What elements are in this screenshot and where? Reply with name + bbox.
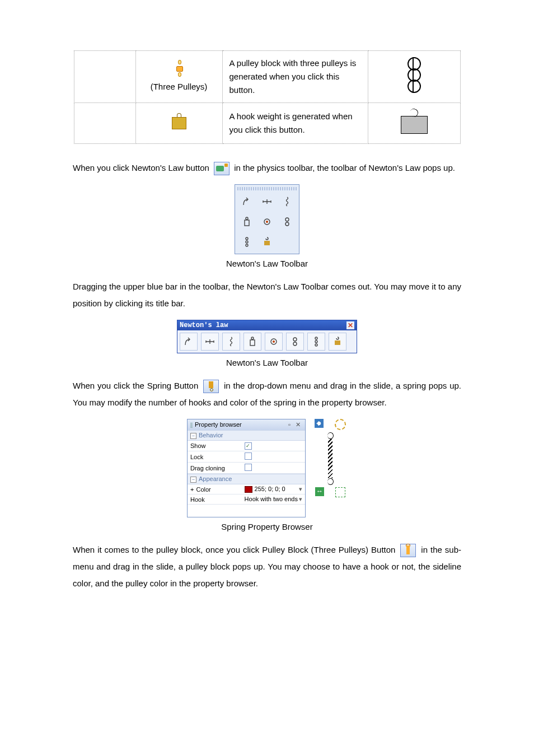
paragraph-spring-button: When you click the Spring Button in the … [73,377,461,411]
weight-icon[interactable] [237,212,256,231]
spring-button-icon[interactable] [203,380,219,393]
spring-preview [313,419,347,497]
caption-wide-toolbar: Newton's Law Toolbar [73,358,461,367]
svg-rect-1 [245,220,249,226]
svg-point-16 [315,337,317,339]
spring-icon-1[interactable] [222,333,240,351]
property-browser-panel[interactable]: Property browser ▫ ✕ −Behavior Show✓ Loc… [187,419,306,517]
newton-compact-toolbar[interactable] [235,184,299,254]
svg-point-0 [246,217,248,220]
wide-toolbar-titlebar[interactable]: Newton's law ✕ [177,320,357,330]
add-icon[interactable] [315,419,324,428]
tool-table: (Three Pulleys) A pulley block with thre… [74,50,461,144]
text-p4a: When it comes to the pulley block, once … [73,545,398,554]
checkbox-lock[interactable] [245,452,252,460]
three-pulleys-label: (Three Pulleys) [151,80,208,94]
cell-desc-three-pulleys: A pulley block with three pulleys is gen… [222,51,368,103]
svg-point-17 [315,340,317,343]
toolbar-gripper[interactable] [237,187,297,190]
property-browser-controls[interactable]: ▫ ✕ [288,421,302,428]
prop-row-show[interactable]: Show✓ [188,441,305,451]
hook-weight-render-icon [401,109,428,134]
cell-render-three-pulleys [368,51,460,103]
rotate-icon[interactable] [335,419,346,430]
svg-point-14 [293,338,297,341]
prop-row-hook[interactable]: Hook Hook with two ends▾ [188,494,305,505]
spring-scale-icon[interactable] [201,333,219,351]
property-browser-title[interactable]: Property browser ▫ ✕ [188,419,305,430]
move-icon[interactable] [315,487,324,496]
text-p3a: When you click the Spring Button [73,381,201,390]
cell-icon-hook-weight [135,103,222,144]
svg-point-6 [246,237,248,240]
paragraph-pulley-block: When it comes to the pulley block, once … [73,542,461,592]
cell-render-hook-weight [368,103,460,144]
pulley-block-three-button-icon[interactable] [400,544,416,557]
newton-wide-toolbar[interactable]: Newton's law ✕ [177,320,357,353]
svg-point-4 [285,218,289,221]
prop-row-lock[interactable]: Lock [188,451,305,463]
spring-render[interactable] [326,432,334,485]
text-p1a: When you click Newton's Law button [73,163,212,172]
svg-point-8 [246,244,248,246]
svg-point-5 [285,222,289,226]
svg-rect-19 [335,340,340,345]
force-arrow-icon[interactable] [237,192,256,211]
text-p1b: in the physics toolbar, the toolbar of N… [234,163,455,172]
newton-law-button-icon[interactable] [214,162,229,175]
paragraph-drag-bar: Dragging the upper blue bar in the toolb… [73,278,461,312]
svg-point-7 [246,241,248,243]
pulley-single-icon[interactable] [257,212,277,231]
hook-weight-tb-icon[interactable] [257,232,277,251]
checkbox-drag-cloning[interactable] [245,464,252,471]
color-swatch[interactable] [245,486,252,493]
dropdown-icon[interactable]: ▾ [299,496,302,503]
caption-property-browser: Spring Property Browser [73,522,461,531]
svg-rect-11 [250,340,255,346]
cell-icon-three-pulleys: (Three Pulleys) [135,51,222,103]
svg-point-15 [293,342,297,346]
three-pulleys-render-icon [407,59,421,91]
empty-slot [278,232,297,251]
svg-point-18 [315,344,317,346]
select-icon[interactable] [335,487,345,497]
paragraph-newton-button: When you click Newton's Law button in th… [73,160,461,176]
pulley-triple-icon[interactable] [307,333,325,351]
pulley-triple-icon[interactable] [237,232,256,251]
pulley-double-icon[interactable] [286,333,304,351]
svg-point-10 [251,337,254,339]
svg-point-3 [266,221,268,223]
svg-point-13 [273,340,275,343]
caption-compact-toolbar: Newton's Law Toolbar [73,259,461,268]
checkbox-show[interactable]: ✓ [245,442,252,450]
hook-weight-tb-icon[interactable] [329,333,346,351]
spring-icon-1[interactable] [278,192,297,211]
spring-scale-icon[interactable] [257,192,277,211]
svg-rect-9 [264,241,270,245]
property-browser-title-text: Property browser [195,421,242,428]
prop-row-drag-cloning[interactable]: Drag cloning [188,463,305,474]
hook-weight-icon [172,117,186,129]
three-pulleys-icon [173,60,185,77]
cell-empty-2 [74,103,135,144]
prop-row-color[interactable]: +Color 255; 0; 0; 0▾ [188,484,305,494]
cell-desc-hook-weight: A hook weight is generated when you clic… [222,103,368,144]
pulley-double-icon[interactable] [278,212,297,231]
wide-toolbar-title: Newton's law [180,321,228,329]
cell-empty [74,51,135,103]
section-behavior[interactable]: −Behavior [188,430,305,441]
pulley-single-icon[interactable] [265,333,283,351]
weight-icon[interactable] [243,333,261,351]
close-icon[interactable]: ✕ [346,321,354,329]
dropdown-icon[interactable]: ▾ [299,486,302,493]
section-appearance[interactable]: −Appearance [188,474,305,484]
force-arrow-icon[interactable] [180,333,198,351]
